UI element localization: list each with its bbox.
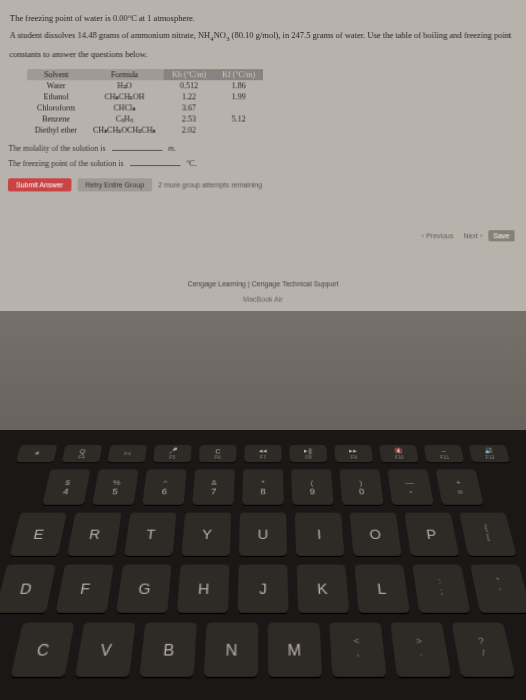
letter-key-f: F: [56, 565, 114, 613]
letter-key-l: L: [354, 565, 409, 613]
number-key: (9: [291, 469, 333, 504]
letter-key-n: N: [204, 623, 258, 677]
prob-part-b: NO: [214, 30, 226, 40]
letter-key-u: U: [239, 513, 287, 556]
letter-key-j: J: [238, 565, 289, 613]
freezing-point-input[interactable]: [130, 165, 180, 166]
letter-key-c: C: [11, 623, 75, 677]
solvent-table: Solvent Formula Kb (°C/m) Kf (°C/m) Wate…: [27, 69, 263, 136]
number-key: &7: [192, 469, 234, 504]
punct-key: <,: [329, 623, 387, 677]
prob-part-a: A student dissolves 14.48 grams of ammon…: [10, 30, 211, 40]
device-label: MacBook Air: [7, 295, 520, 302]
th-solvent: Solvent: [27, 69, 85, 80]
fn-key: 🔊F12: [469, 445, 510, 462]
retry-button[interactable]: Retry Entire Group: [77, 178, 152, 191]
physical-keyboard: ☀QF4F4🎤F5CF6◂◂F7▸||F8▸▸F9🔇F10−F11🔊F12 $4…: [0, 430, 526, 700]
table-row: BenzeneC₆H₆2.535.12: [27, 113, 263, 124]
th-kf: Kf (°C/m): [214, 69, 263, 80]
th-formula: Formula: [85, 69, 164, 80]
letter-key-r: R: [67, 513, 122, 556]
question-molality: The molality of the solution is m.: [8, 143, 517, 152]
table-row: ChloroformCHCl₃3.67: [27, 102, 263, 113]
question-freezing-point: The freezing point of the solution is °C…: [8, 159, 518, 168]
previous-link[interactable]: ‹ Previous: [422, 232, 454, 239]
number-key: $4: [42, 469, 90, 504]
letter-key-e: E: [10, 513, 67, 556]
letter-key-o: O: [350, 513, 402, 556]
submit-button[interactable]: Submit Answer: [8, 178, 71, 191]
letter-key-b: B: [139, 623, 197, 677]
prob-part-c: (80.10 g/mol), in 247.5 grams of water. …: [229, 30, 511, 40]
number-key: —-: [387, 469, 433, 504]
punct-key: "': [470, 565, 526, 613]
support-link[interactable]: Cengage Learning | Cengage Technical Sup…: [7, 280, 519, 287]
letter-key-g: G: [116, 565, 171, 613]
letter-key-h: H: [177, 565, 230, 613]
fn-key: ▸▸F9: [334, 445, 373, 462]
table-row: Diethyl etherCH₃CH₂OCH₂CH₃2.02: [27, 124, 263, 135]
problem-line3: constants to answer the questions below.: [9, 48, 516, 61]
letter-key-i: I: [295, 513, 345, 556]
table-row: WaterH₂O0.5121.86: [27, 80, 263, 91]
fn-key: 🔇F10: [379, 445, 419, 462]
fn-key: F4: [107, 445, 147, 462]
letter-key-k: K: [297, 565, 350, 613]
letter-key-p: P: [404, 513, 459, 556]
fn-key: ☀: [16, 445, 57, 462]
number-key: ^6: [142, 469, 186, 504]
punct-key: ?/: [452, 623, 516, 677]
attempts-remaining: 2 more group attempts remaining: [158, 181, 262, 188]
fn-key: CF6: [199, 445, 237, 462]
save-button[interactable]: Save: [488, 230, 514, 241]
problem-statement: A student dissolves 14.48 grams of ammon…: [10, 29, 517, 44]
freezing-point-line: The freezing point of water is 0.00°C at…: [10, 12, 517, 25]
th-kb: Kb (°C/m): [164, 69, 214, 80]
punct-key: :;: [412, 565, 470, 613]
molality-input[interactable]: [112, 150, 162, 151]
letter-key-m: M: [268, 623, 322, 677]
number-key: *8: [242, 469, 283, 504]
letter-key-y: Y: [182, 513, 232, 556]
letter-key-d: D: [0, 565, 56, 613]
number-key: %5: [92, 469, 138, 504]
fn-key: 🎤F5: [153, 445, 192, 462]
fn-key: −F11: [424, 445, 465, 462]
fn-key: QF4: [62, 445, 103, 462]
punct-key: {[: [459, 513, 516, 556]
fn-key: ▸||F8: [289, 445, 327, 462]
next-link[interactable]: Next ›: [463, 232, 482, 239]
table-row: EthanolCH₃CH₂OH1.221.99: [27, 91, 263, 102]
number-key: +=: [436, 469, 484, 504]
letter-key-t: T: [124, 513, 176, 556]
punct-key: >.: [390, 623, 451, 677]
table-header-row: Solvent Formula Kb (°C/m) Kf (°C/m): [27, 69, 263, 80]
number-key: )0: [339, 469, 383, 504]
letter-key-v: V: [75, 623, 136, 677]
fn-key: ◂◂F7: [244, 445, 281, 462]
